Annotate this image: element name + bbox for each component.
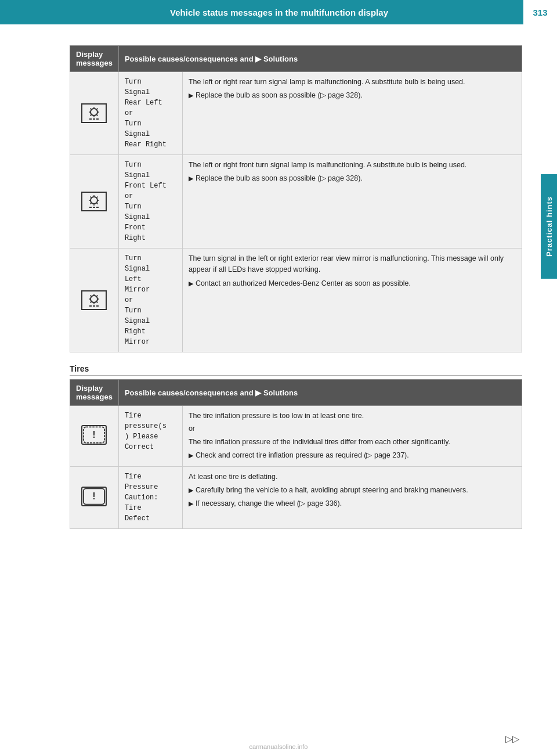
svg-line-20	[91, 203, 92, 204]
header-bar: Vehicle status messages in the multifunc…	[0, 0, 557, 24]
arrow-icon-t2a: ▶	[189, 485, 193, 495]
tire-bullet-text-2b: If necessary, change the wheel (▷ page 3…	[196, 498, 342, 509]
bullet-2a: ▶ Replace the bulb as soon as possible (…	[189, 173, 516, 184]
svg-line-31	[97, 296, 98, 297]
bullet-1a: ▶ Replace the bulb as soon as possible (…	[189, 90, 516, 101]
tire-msg-cell-2: Tire Pressure Caution: Tire Defect	[118, 466, 182, 528]
tire-desc-2a: At least one tire is deflating.	[189, 473, 278, 481]
tires-col2-header: Possible causes/consequences and ▶ Solut…	[118, 380, 522, 406]
desc-cell-3: The turn signal in the left or right ext…	[182, 249, 522, 352]
tire-bullet-text-2a: Carefully bring the vehicle to a halt, a…	[196, 485, 468, 496]
main-content: Display messages Possible causes/consequ…	[0, 24, 557, 546]
sun-icon-3	[81, 290, 107, 310]
arrow-icon-t1a: ▶	[189, 451, 193, 460]
tire-desc-cell-2: At least one tire is deflating. ▶ Carefu…	[182, 466, 522, 528]
bottom-nav: ▷▷	[505, 733, 519, 744]
bullet-text-3a: Contact an authorized Mercedes-Benz Cent…	[196, 278, 411, 289]
svg-point-12	[91, 197, 97, 204]
turn-signal-table: Display messages Possible causes/consequ…	[70, 45, 522, 352]
tire-or-1: or	[189, 423, 516, 434]
icon-cell-3	[70, 249, 119, 352]
svg-point-0	[91, 109, 97, 116]
svg-line-6	[97, 114, 98, 116]
table-row: ! Tire pressure(s ) Please Correct The t…	[70, 406, 522, 467]
svg-line-17	[91, 197, 92, 198]
tire-desc-cell-1: The tire inflation pressure is too low i…	[182, 406, 522, 467]
tire-bullet-1a: ▶ Check and correct tire inflation press…	[189, 450, 516, 461]
svg-line-8	[91, 114, 92, 116]
tire-defect-svg: !	[82, 487, 106, 506]
sun-icon-1	[81, 103, 107, 123]
msg-cell-1: Turn Signal Rear Left or Turn Signal Rea…	[118, 72, 182, 155]
tire-bullet-text-1a: Check and correct tire inflation pressur…	[196, 450, 409, 461]
turn-signal-mirror-icon	[84, 293, 104, 308]
tire-pressure-low-icon: !	[81, 425, 107, 445]
arrow-icon-2a: ▶	[189, 174, 193, 183]
sun-icon-2	[81, 192, 107, 211]
tires-col1-header: Display messages	[70, 380, 119, 406]
tire-desc-1b: The tire inflation pressure of the indiv…	[189, 437, 516, 448]
desc-cell-1: The left or right rear turn signal lamp …	[182, 72, 522, 155]
svg-text:!: !	[93, 491, 96, 501]
ts-col2-header: Possible causes/consequences and ▶ Solut…	[118, 46, 522, 72]
tires-section-heading: Tires	[70, 364, 522, 376]
tire-icon-cell-1: !	[70, 406, 119, 467]
icon-cell-2	[70, 155, 119, 249]
svg-line-19	[97, 197, 98, 198]
svg-text:!: !	[93, 429, 96, 440]
page-number: 313	[523, 0, 557, 24]
svg-line-7	[97, 109, 98, 110]
arrow-icon-t2b: ▶	[189, 499, 193, 509]
side-tab: Practical hints	[541, 174, 557, 279]
watermark: carmanualsoline.info	[249, 743, 308, 750]
msg-cell-3: Turn Signal Left Mirror or Turn Signal R…	[118, 249, 182, 352]
svg-point-24	[91, 296, 97, 303]
tire-pressure-caution-icon: !	[81, 487, 107, 506]
svg-line-18	[97, 203, 98, 204]
svg-line-30	[97, 301, 98, 303]
icon-cell-1	[70, 72, 119, 155]
desc-cell-2: The left or right front turn signal lamp…	[182, 155, 522, 249]
bullet-text-1a: Replace the bulb as soon as possible (▷ …	[196, 90, 363, 101]
msg-cell-2: Turn Signal Front Left or Turn Signal Fr…	[118, 155, 182, 249]
side-tab-label: Practical hints	[545, 196, 554, 257]
bullet-3a: ▶ Contact an authorized Mercedes-Benz Ce…	[189, 278, 516, 289]
table-row: ! Tire Pressure Caution: Tire Defect At …	[70, 466, 522, 528]
desc-text-1a: The left or right rear turn signal lamp …	[189, 78, 465, 86]
turn-signal-rear-icon	[84, 106, 104, 121]
desc-text-3a: The turn signal in the left or right ext…	[189, 254, 504, 273]
tires-table: Display messages Possible causes/consequ…	[70, 379, 522, 529]
arrow-icon-3a: ▶	[189, 279, 193, 289]
ts-col1-header: Display messages	[70, 46, 119, 72]
tire-icon-cell-2: !	[70, 466, 119, 528]
table-row: Turn Signal Left Mirror or Turn Signal R…	[70, 249, 522, 352]
svg-line-29	[91, 296, 92, 297]
desc-text-2a: The left or right front turn signal lamp…	[189, 161, 466, 169]
tire-desc-1a: The tire inflation pressure is too low i…	[189, 412, 364, 420]
tire-low-svg: !	[82, 425, 106, 445]
svg-line-5	[91, 109, 92, 110]
tire-bullet-2a: ▶ Carefully bring the vehicle to a halt,…	[189, 485, 516, 496]
tire-msg-cell-1: Tire pressure(s ) Please Correct	[118, 406, 182, 467]
header-title: Vehicle status messages in the multifunc…	[70, 8, 523, 17]
arrow-icon-1a: ▶	[189, 91, 193, 100]
turn-signal-front-icon	[84, 194, 104, 209]
svg-line-32	[91, 301, 92, 303]
bullet-text-2a: Replace the bulb as soon as possible (▷ …	[196, 173, 363, 184]
tire-bullet-2b: ▶ If necessary, change the wheel (▷ page…	[189, 498, 516, 509]
table-row: Turn Signal Rear Left or Turn Signal Rea…	[70, 72, 522, 155]
table-row: Turn Signal Front Left or Turn Signal Fr…	[70, 155, 522, 249]
